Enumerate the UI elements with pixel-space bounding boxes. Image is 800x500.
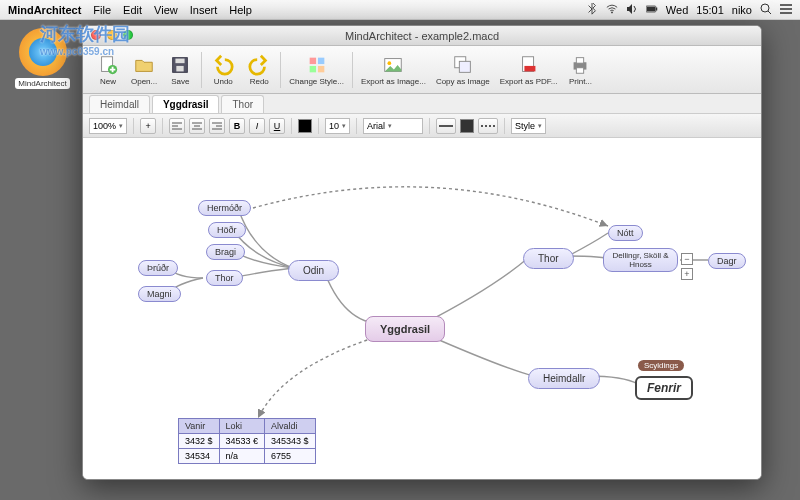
svg-rect-13 bbox=[318, 66, 324, 72]
tab-yggdrasil[interactable]: Yggdrasil bbox=[152, 95, 220, 113]
print-button[interactable]: Print... bbox=[563, 51, 597, 88]
menu-edit[interactable]: Edit bbox=[123, 4, 142, 16]
node-heimdallr[interactable]: Heimdallr bbox=[528, 368, 600, 389]
node-hermodr[interactable]: Hermóðr bbox=[198, 200, 251, 216]
app-window: MindArchitect - example2.macd New Open..… bbox=[82, 25, 762, 480]
table-header[interactable]: Vanir bbox=[179, 419, 220, 434]
table-cell[interactable]: 3432 $ bbox=[179, 434, 220, 449]
svg-point-0 bbox=[611, 11, 613, 13]
node-root[interactable]: Yggdrasil bbox=[365, 316, 445, 342]
collapse-plus-button[interactable]: + bbox=[681, 268, 693, 280]
app-name: MindArchitect bbox=[8, 4, 81, 16]
desktop-app-label: MindArchitect bbox=[15, 78, 70, 89]
menu-view[interactable]: View bbox=[154, 4, 178, 16]
add-node-button[interactable]: + bbox=[140, 118, 156, 134]
tab-heimdall[interactable]: Heimdall bbox=[89, 95, 150, 113]
wifi-icon[interactable] bbox=[606, 3, 618, 17]
line-color-swatch[interactable] bbox=[460, 119, 474, 133]
bluetooth-icon[interactable] bbox=[586, 3, 598, 17]
export-pdf-button[interactable]: Export as PDF... bbox=[496, 51, 562, 88]
spotlight-icon[interactable] bbox=[760, 3, 772, 17]
svg-rect-22 bbox=[577, 68, 584, 74]
line-dashed-button[interactable] bbox=[478, 118, 498, 134]
svg-rect-8 bbox=[176, 59, 185, 64]
table-header[interactable]: Loki bbox=[219, 419, 265, 434]
window-minimize-button[interactable] bbox=[107, 30, 117, 40]
align-left-button[interactable] bbox=[169, 118, 185, 134]
svg-rect-12 bbox=[309, 66, 315, 72]
node-fenrir[interactable]: Fenrir bbox=[635, 376, 693, 400]
table-cell[interactable]: 34533 € bbox=[219, 434, 265, 449]
node-dagr[interactable]: Dagr bbox=[708, 253, 746, 269]
node-magni[interactable]: Magni bbox=[138, 286, 181, 302]
svg-rect-9 bbox=[177, 66, 184, 72]
document-tabs: Heimdall Yggdrasil Thor bbox=[83, 94, 761, 114]
data-table[interactable]: Vanir Loki Alvaldi 3432 $ 34533 € 345343… bbox=[178, 418, 316, 464]
node-hodr[interactable]: Höðr bbox=[208, 222, 246, 238]
text-color-swatch[interactable] bbox=[298, 119, 312, 133]
align-right-button[interactable] bbox=[209, 118, 225, 134]
volume-icon[interactable] bbox=[626, 3, 638, 17]
desktop-app-icon[interactable]: MindArchitect bbox=[15, 28, 70, 96]
svg-rect-19 bbox=[524, 66, 535, 72]
bold-button[interactable]: B bbox=[229, 118, 245, 134]
node-odin[interactable]: Odin bbox=[288, 260, 339, 281]
battery-icon[interactable] bbox=[646, 3, 658, 17]
svg-rect-17 bbox=[459, 61, 470, 72]
node-dellingr[interactable]: Dellingr, Sköll & Hnoss bbox=[603, 248, 678, 272]
window-zoom-button[interactable] bbox=[123, 30, 133, 40]
copy-image-button[interactable]: Copy as Image bbox=[432, 51, 494, 88]
format-bar: 100% + B I U 10 Arial Style bbox=[83, 114, 761, 138]
mac-menubar: MindArchitect File Edit View Insert Help… bbox=[0, 0, 800, 20]
table-cell[interactable]: 345343 $ bbox=[265, 434, 316, 449]
collapse-minus-button[interactable]: − bbox=[681, 253, 693, 265]
style-select[interactable]: Style bbox=[511, 118, 546, 134]
table-cell[interactable]: 6755 bbox=[265, 449, 316, 464]
save-button[interactable]: Save bbox=[163, 51, 197, 88]
menu-day: Wed bbox=[666, 4, 688, 16]
svg-rect-10 bbox=[309, 58, 315, 64]
change-style-button[interactable]: Change Style... bbox=[285, 51, 348, 88]
menu-time: 15:01 bbox=[696, 4, 724, 16]
redo-button[interactable]: Redo bbox=[242, 51, 276, 88]
svg-rect-3 bbox=[656, 7, 658, 10]
font-size-select[interactable]: 10 bbox=[325, 118, 350, 134]
node-thrudr[interactable]: Þrúðr bbox=[138, 260, 178, 276]
window-close-button[interactable] bbox=[91, 30, 101, 40]
svg-point-4 bbox=[761, 4, 769, 12]
italic-button[interactable]: I bbox=[249, 118, 265, 134]
export-image-button[interactable]: Export as Image... bbox=[357, 51, 430, 88]
align-center-button[interactable] bbox=[189, 118, 205, 134]
window-titlebar[interactable]: MindArchitect - example2.macd bbox=[83, 26, 761, 46]
underline-button[interactable]: U bbox=[269, 118, 285, 134]
node-thor-left[interactable]: Thor bbox=[206, 270, 243, 286]
table-header[interactable]: Alvaldi bbox=[265, 419, 316, 434]
svg-point-15 bbox=[388, 61, 392, 65]
menu-insert[interactable]: Insert bbox=[190, 4, 218, 16]
badge-scyldings[interactable]: Scyldings bbox=[638, 360, 684, 371]
toolbar: New Open... Save Undo Redo Change Style.… bbox=[83, 46, 761, 94]
font-family-select[interactable]: Arial bbox=[363, 118, 423, 134]
mindmap-canvas[interactable]: Yggdrasil Odin Hermóðr Höðr Bragi Thor Þ… bbox=[83, 138, 761, 479]
menu-user[interactable]: niko bbox=[732, 4, 752, 16]
window-title: MindArchitect - example2.macd bbox=[345, 30, 499, 42]
table-cell[interactable]: n/a bbox=[219, 449, 265, 464]
tab-thor[interactable]: Thor bbox=[221, 95, 264, 113]
svg-rect-11 bbox=[318, 58, 324, 64]
line-solid-button[interactable] bbox=[436, 118, 456, 134]
node-nott[interactable]: Nótt bbox=[608, 225, 643, 241]
table-cell[interactable]: 34534 bbox=[179, 449, 220, 464]
zoom-select[interactable]: 100% bbox=[89, 118, 127, 134]
notifications-icon[interactable] bbox=[780, 3, 792, 17]
node-bragi[interactable]: Bragi bbox=[206, 244, 245, 260]
menu-file[interactable]: File bbox=[93, 4, 111, 16]
svg-rect-2 bbox=[647, 6, 655, 11]
menu-help[interactable]: Help bbox=[229, 4, 252, 16]
undo-button[interactable]: Undo bbox=[206, 51, 240, 88]
node-thor-right[interactable]: Thor bbox=[523, 248, 574, 269]
svg-rect-21 bbox=[577, 58, 584, 64]
open-button[interactable]: Open... bbox=[127, 51, 161, 88]
new-button[interactable]: New bbox=[91, 51, 125, 88]
